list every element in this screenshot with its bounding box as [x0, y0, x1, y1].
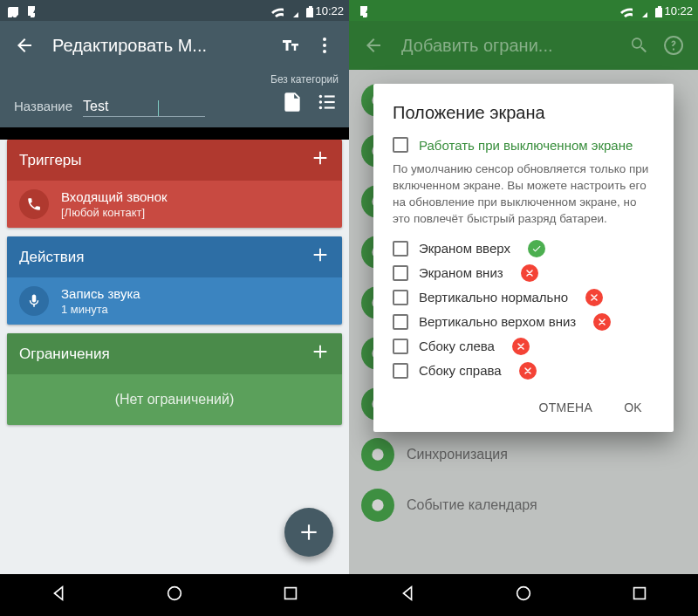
document-icon[interactable]	[281, 91, 304, 117]
check-icon	[528, 240, 545, 257]
checkbox-icon	[393, 137, 408, 153]
nav-recent[interactable]	[630, 584, 649, 606]
nav-recent[interactable]	[281, 584, 300, 606]
nav-home[interactable]	[514, 584, 533, 606]
status-bar: 10:22	[0, 0, 349, 21]
checkbox-icon	[393, 339, 408, 354]
checkbox-icon	[393, 290, 408, 305]
actions-title: Действия	[19, 249, 84, 266]
flash-icon	[354, 4, 367, 17]
clock: 10:22	[315, 4, 344, 17]
ok-button[interactable]: OK	[612, 392, 654, 423]
text-size-button[interactable]	[272, 28, 307, 63]
fab-add[interactable]	[284, 508, 333, 557]
flash-icon	[22, 4, 35, 17]
nav-home[interactable]	[165, 584, 184, 606]
checkbox-icon	[393, 363, 408, 379]
add-action-button[interactable]	[311, 245, 330, 269]
name-input[interactable]: Test	[83, 99, 205, 117]
x-icon	[593, 313, 611, 331]
constraints-card: Ограничения (Нет ограничений)	[7, 333, 342, 425]
x-icon	[585, 289, 603, 306]
action-item-subtitle: 1 минута	[61, 303, 140, 316]
nav-back[interactable]	[49, 584, 68, 606]
checkbox-icon	[393, 314, 408, 330]
add-trigger-button[interactable]	[311, 148, 330, 172]
triggers-card: Триггеры Входящий звонок [Любой контакт]	[7, 140, 342, 228]
battery-icon	[300, 4, 313, 17]
option-Экраном вниз[interactable]: Экраном вниз	[393, 264, 654, 282]
overflow-menu-button[interactable]	[307, 28, 342, 63]
clock: 10:22	[664, 4, 693, 17]
cancel-button[interactable]: ОТМЕНА	[526, 392, 605, 423]
option-Экраном вверх[interactable]: Экраном вверх	[393, 240, 654, 257]
image-icon	[5, 4, 18, 17]
signal-icon	[285, 4, 298, 17]
trigger-item-subtitle: [Любой контакт]	[61, 206, 168, 219]
x-icon	[521, 264, 538, 282]
mic-icon	[19, 286, 49, 316]
checkbox-icon	[393, 241, 408, 257]
signal-icon	[634, 4, 647, 17]
category-label: Без категорий	[270, 73, 339, 86]
nav-bar	[349, 574, 698, 616]
checkbox-icon	[393, 265, 408, 281]
wifi-icon	[270, 4, 284, 17]
status-bar: 10:22	[349, 0, 698, 21]
name-field-label: Название	[14, 99, 72, 113]
list-icon[interactable]	[316, 91, 339, 117]
phone-icon	[19, 189, 49, 219]
back-button[interactable]	[7, 28, 42, 63]
work-when-off-checkbox[interactable]: Работать при выключенном экране	[393, 137, 654, 153]
option-Вертикально верхом вниз[interactable]: Вертикально верхом вниз	[393, 313, 654, 331]
action-item-title: Запись звука	[61, 286, 140, 301]
nav-back[interactable]	[398, 584, 417, 606]
option-Сбоку слева[interactable]: Сбоку слева	[393, 338, 654, 355]
x-icon	[519, 362, 537, 380]
option-Сбоку справа[interactable]: Сбоку справа	[393, 362, 654, 380]
nav-bar	[0, 574, 349, 616]
wifi-icon	[619, 4, 633, 17]
screen-position-dialog: Положение экрана Работать при выключенно…	[373, 84, 674, 432]
action-item[interactable]: Запись звука 1 минута	[7, 277, 342, 325]
x-icon	[512, 338, 530, 355]
actions-card: Действия Запись звука 1 минута	[7, 236, 342, 325]
dialog-title: Положение экрана	[393, 103, 654, 123]
triggers-title: Триггеры	[19, 152, 82, 169]
page-title: Редактировать М...	[52, 36, 272, 56]
option-Вертикально нормально[interactable]: Вертикально нормально	[393, 289, 654, 306]
constraints-empty: (Нет ограничений)	[7, 374, 342, 425]
trigger-item-title: Входящий звонок	[61, 189, 168, 204]
dialog-description: По умолчанию сенсор обновляется только п…	[393, 161, 654, 228]
add-constraint-button[interactable]	[311, 342, 330, 366]
battery-icon	[649, 4, 662, 17]
constraints-title: Ограничения	[19, 346, 110, 363]
trigger-item[interactable]: Входящий звонок [Любой контакт]	[7, 181, 342, 228]
